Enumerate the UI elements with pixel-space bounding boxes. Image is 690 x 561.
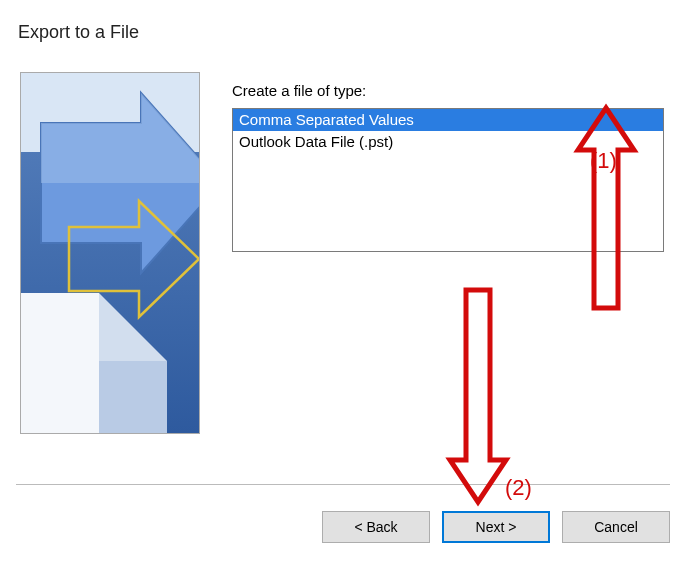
svg-marker-1: [99, 293, 167, 361]
wizard-illustration: [20, 72, 200, 434]
annotation-arrow-2: [450, 290, 506, 502]
back-button[interactable]: < Back: [322, 511, 430, 543]
svg-marker-0: [21, 293, 99, 434]
file-type-option-pst[interactable]: Outlook Data File (.pst): [233, 131, 663, 153]
svg-marker-7: [450, 290, 506, 502]
svg-marker-2: [99, 361, 167, 434]
file-type-option-csv[interactable]: Comma Separated Values: [233, 109, 663, 131]
file-type-label: Create a file of type:: [232, 82, 366, 99]
cancel-button[interactable]: Cancel: [562, 511, 670, 543]
wizard-button-row: < Back Next > Cancel: [322, 511, 670, 543]
export-wizard-dialog: Export to a File Create a file of type: …: [0, 0, 690, 561]
svg-marker-4: [41, 93, 200, 183]
file-type-listbox[interactable]: Comma Separated Values Outlook Data File…: [232, 108, 664, 252]
dialog-title: Export to a File: [18, 22, 139, 43]
next-button[interactable]: Next >: [442, 511, 550, 543]
annotation-label-2: (2): [505, 475, 532, 501]
separator: [16, 484, 670, 485]
